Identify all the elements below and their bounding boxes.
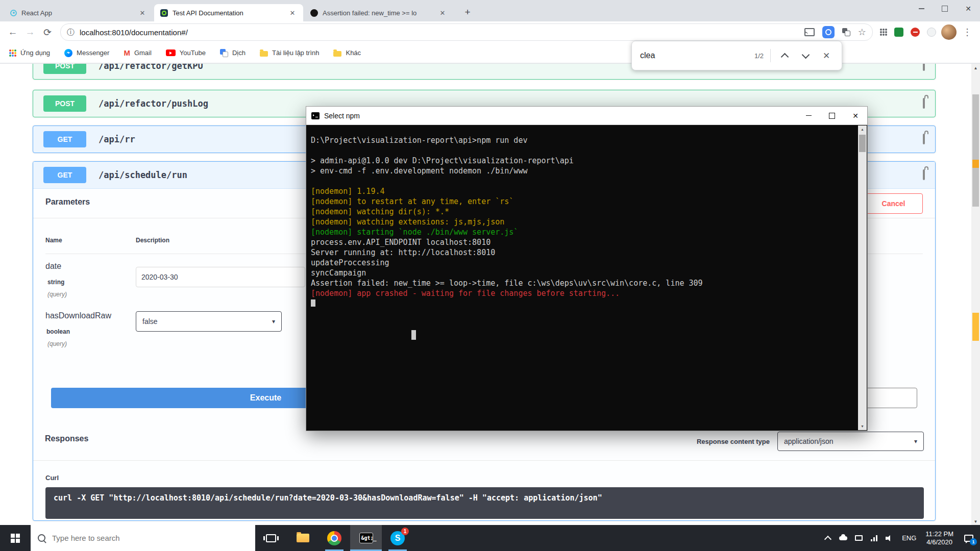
terminal-title-bar[interactable]: Select npm ✕ [306,107,867,125]
new-tab-button[interactable]: + [460,5,475,19]
terminal-close-button[interactable]: ✕ [844,107,867,125]
bookmark-youtube[interactable]: YouTube [166,49,206,57]
gmail-icon: M [124,49,130,57]
param-type: boolean [46,328,70,335]
cmd-terminal-window[interactable]: Select npm ✕ D:\Project\visualization-re… [306,106,868,431]
bookmark-label: Gmail [134,49,152,57]
browser-menu-button[interactable]: ⋮ [959,23,976,41]
bookmark-gmail[interactable]: MGmail [124,49,151,57]
terminal-line: Server running at: http://localhost:8010 [311,247,854,258]
start-button[interactable] [0,525,31,551]
response-content-type-select[interactable]: application/json ▾ [777,432,924,451]
terminal-line: process.env.API_ENDPOINT localhost:8010 [311,237,854,247]
auth-lock-button[interactable] [923,99,925,108]
curl-command-textarea[interactable]: curl -X GET "http://localhost:8010/api/s… [45,487,924,519]
date-param-input[interactable] [136,267,305,287]
minimize-icon [919,8,924,9]
site-info-icon[interactable]: ⓘ [67,28,75,37]
clock[interactable]: 11:22 PM 4/6/2020 [921,530,958,546]
tab-close-icon[interactable]: ✕ [438,8,447,17]
scroll-down-arrow-icon[interactable]: ▼ [971,517,980,525]
parameters-title: Parameters [45,197,90,207]
find-match-marker [972,160,979,168]
window-controls: ✕ [910,0,980,17]
cast-icon[interactable] [804,28,815,36]
signal-tray-button[interactable] [866,525,881,551]
chrome-icon [327,531,341,545]
window-maximize-button[interactable] [933,0,957,17]
cmd-button[interactable]: &gt;_ [350,525,382,551]
tab-api-documentation[interactable]: Test API Documentation ✕ [154,4,303,21]
file-explorer-button[interactable] [287,525,318,551]
terminal-minimize-button[interactable] [797,107,820,125]
task-view-icon [266,534,276,542]
auth-lock-button[interactable] [923,63,925,70]
scroll-down-arrow-icon[interactable]: ▼ [858,422,867,430]
find-match-marker [972,313,979,341]
terminal-maximize-button[interactable] [820,107,844,125]
task-view-button[interactable] [255,525,287,551]
book­mark-star-icon[interactable]: ☆ [858,27,866,38]
back-button[interactable]: ← [4,23,21,41]
page-scrollbar[interactable]: ▲ ▼ [971,64,980,525]
bookmark-folder-docs[interactable]: Tài liệu lập trình [260,49,320,57]
onedrive-tray-button[interactable] [836,525,851,551]
skype-button[interactable]: S 1 [382,525,413,551]
tab-close-icon[interactable]: ✕ [138,8,147,17]
find-query-input[interactable]: clea [640,51,748,60]
chevron-up-icon [824,535,831,542]
terminal-line: [nodemon] to restart at any time, enter … [311,196,854,207]
extensions-grid-icon[interactable] [880,29,882,31]
extension-green-icon[interactable] [894,28,903,37]
tab-close-icon[interactable]: ✕ [288,8,297,17]
name-column-header: Name [45,237,62,244]
tab-react-app[interactable]: React App ✕ [4,4,153,21]
extension-gray-icon[interactable] [927,28,936,37]
react-favicon-icon [10,10,17,16]
reload-button[interactable]: ⟳ [39,23,56,41]
volume-tray-button[interactable] [881,525,897,551]
find-next-button[interactable] [798,48,813,63]
profile-avatar[interactable] [941,24,957,40]
description-column-header: Description [136,237,169,244]
forward-button[interactable]: → [21,23,39,41]
method-badge: GET [43,131,86,147]
adblock-extension-icon[interactable] [911,28,920,37]
scrollbar-thumb[interactable] [859,135,866,152]
chevron-down-icon [801,51,810,59]
bookmark-folder-other[interactable]: Khác [333,49,361,57]
translate-icon[interactable] [842,28,850,36]
bookmark-apps[interactable]: Ứng dụng [9,49,50,57]
tray-expand-button[interactable] [820,525,836,551]
taskbar-search-box[interactable] [31,525,255,551]
url-text[interactable]: localhost:8010/documentation#/ [80,28,188,37]
find-previous-button[interactable] [777,48,792,63]
window-close-button[interactable]: ✕ [957,0,980,17]
terminal-scrollbar[interactable]: ▲ ▼ [858,126,867,430]
scrollbar-thumb[interactable] [972,94,979,207]
scroll-up-arrow-icon[interactable]: ▲ [858,126,867,133]
url-omnibox[interactable]: ⓘ localhost:8010/documentation#/ ☆ [60,23,873,41]
bookmark-translate[interactable]: Dịch [220,49,246,57]
image-search-icon[interactable] [822,26,835,38]
bookmark-label: Messenger [77,49,109,57]
chrome-button[interactable] [318,525,350,551]
maximize-icon [829,113,835,119]
hasdownloadraw-select[interactable]: false ▾ [136,311,282,332]
network-tray-button[interactable] [851,525,866,551]
auth-lock-button[interactable] [923,135,925,144]
responses-title: Responses [45,434,88,443]
window-minimize-button[interactable] [910,0,933,17]
scroll-up-arrow-icon[interactable]: ▲ [971,64,980,72]
param-type: string [47,279,64,286]
action-center-button[interactable]: 1 [958,535,980,542]
cancel-button[interactable]: Cancel [864,193,923,214]
auth-lock-button[interactable] [923,170,925,180]
tab-github-assertion[interactable]: Assertion failed: new_time >= lo ✕ [304,4,453,21]
bookmark-messenger[interactable]: Messenger [64,49,109,57]
cmd-icon: &gt;_ [359,533,373,543]
language-indicator[interactable]: ENG [897,534,921,542]
find-close-button[interactable]: ✕ [819,48,834,63]
endpoint-path: /api/refactor/getKPU [99,63,203,71]
search-input[interactable] [51,533,248,543]
